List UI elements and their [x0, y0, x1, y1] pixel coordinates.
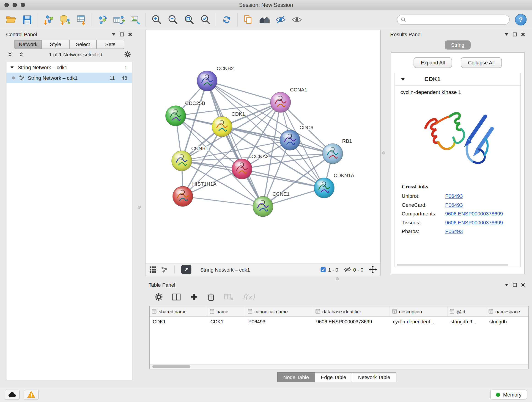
- gene-header[interactable]: CDK1: [395, 73, 520, 85]
- home-overview-button[interactable]: [256, 12, 272, 27]
- refresh-button[interactable]: [219, 12, 235, 27]
- hidden-eye-slash-icon[interactable]: [344, 266, 351, 273]
- network-node-rb1[interactable]: RB1: [323, 138, 352, 164]
- collapse-all-button[interactable]: Collapse All: [461, 57, 501, 68]
- crosslink-link[interactable]: 9606.ENSP00000378699: [445, 211, 503, 217]
- crosslink-link[interactable]: P06493: [445, 193, 463, 199]
- tab-select[interactable]: Select: [69, 40, 97, 49]
- tab-edge-table[interactable]: Edge Table: [315, 372, 352, 382]
- new-network-button[interactable]: [94, 12, 111, 27]
- close-window-button[interactable]: [4, 3, 9, 7]
- show-all-button[interactable]: [289, 12, 305, 27]
- delete-table-icon[interactable]: [224, 293, 233, 301]
- table-cell[interactable]: cyclin-dependent ...: [390, 319, 448, 325]
- tab-string[interactable]: String: [445, 40, 470, 50]
- column-header-id[interactable]: @id: [447, 306, 486, 316]
- network-node-ccnb1[interactable]: CCNB1: [172, 146, 209, 171]
- table-cell[interactable]: CDK1: [150, 319, 207, 325]
- gene-collapse-icon[interactable]: [400, 77, 405, 82]
- pan-crosshair-icon[interactable]: [369, 265, 377, 274]
- table-row[interactable]: CDK1CDK1P064939606.ENSP00000378699cyclin…: [150, 317, 528, 327]
- network-collection-row[interactable]: String Network – cdk1 1: [6, 62, 132, 73]
- column-header-namespace[interactable]: namespace: [486, 306, 529, 316]
- memory-button[interactable]: Memory: [490, 390, 527, 400]
- tree-expand-icon[interactable]: [10, 65, 14, 70]
- table-cell[interactable]: stringdb: [486, 319, 529, 325]
- panel-close-icon[interactable]: [128, 32, 132, 36]
- column-header-description[interactable]: description: [390, 306, 448, 316]
- function-builder-button[interactable]: f(x): [243, 293, 255, 301]
- show-columns-icon[interactable]: [172, 293, 181, 301]
- network-edge[interactable]: [242, 169, 324, 188]
- column-header-database-identifier[interactable]: database identifier: [313, 306, 390, 316]
- open-in-new-window-button[interactable]: [181, 265, 191, 274]
- crosslink-link[interactable]: 9606.ENSP00000378699: [445, 220, 503, 225]
- table-hscrollbar[interactable]: [150, 364, 528, 369]
- export-image-button[interactable]: [127, 12, 143, 27]
- tab-node-table[interactable]: Node Table: [277, 372, 315, 382]
- import-network-file-button[interactable]: [40, 12, 57, 27]
- table-settings-gear-icon[interactable]: [155, 293, 163, 301]
- save-session-button[interactable]: [19, 12, 35, 27]
- panel-close-icon[interactable]: [521, 283, 525, 287]
- network-edge[interactable]: [207, 81, 280, 102]
- panel-float-icon[interactable]: [513, 283, 517, 287]
- collapse-all-icon[interactable]: [7, 52, 13, 57]
- delete-column-trash-icon[interactable]: [207, 293, 215, 301]
- tab-sets[interactable]: Sets: [96, 40, 124, 49]
- splitter-handle[interactable]: [382, 151, 385, 154]
- panel-close-icon[interactable]: [521, 32, 525, 36]
- share-view-icon[interactable]: [160, 266, 168, 274]
- network-edge[interactable]: [207, 81, 263, 206]
- tab-style[interactable]: Style: [42, 40, 70, 49]
- column-header-canonical-name[interactable]: canonical name: [245, 306, 313, 316]
- zoom-out-button[interactable]: [165, 12, 181, 27]
- create-column-plus-icon[interactable]: [190, 293, 198, 301]
- cloud-button[interactable]: [5, 389, 20, 400]
- network-node-cdk1[interactable]: CDK1: [212, 111, 245, 137]
- zoom-in-button[interactable]: [148, 12, 165, 27]
- network-node-cdkn1a[interactable]: CDKN1A: [314, 172, 355, 198]
- zoom-window-button[interactable]: [21, 3, 25, 7]
- table-cell[interactable]: P06493: [245, 319, 313, 325]
- selected-checkbox-icon[interactable]: [320, 267, 326, 272]
- minimize-window-button[interactable]: [13, 3, 17, 7]
- help-button[interactable]: ?: [515, 14, 526, 25]
- column-header-name[interactable]: name: [207, 306, 245, 316]
- network-node-hist1h1a[interactable]: HIST1H1A: [172, 181, 216, 207]
- splitter-handle[interactable]: [336, 277, 339, 280]
- panel-float-icon[interactable]: [513, 32, 517, 36]
- zoom-selected-button[interactable]: [197, 12, 213, 27]
- search-input[interactable]: [409, 17, 506, 22]
- panel-menu-icon[interactable]: [504, 32, 509, 37]
- crosslink-link[interactable]: P06493: [445, 229, 463, 234]
- tab-network-table[interactable]: Network Table: [352, 372, 396, 382]
- network-node-ccne1[interactable]: CCNE1: [253, 191, 290, 217]
- network-canvas[interactable]: CCNB2CCNA1CDC25BCDK1CDC6RB1CCNB1CCNA2CDK…: [146, 30, 380, 263]
- copy-document-button[interactable]: [240, 12, 256, 27]
- table-cell[interactable]: stringdb:9...: [447, 319, 486, 325]
- network-edge[interactable]: [183, 196, 263, 206]
- network-row-selected[interactable]: String Network – cdk1 11 48: [6, 73, 132, 83]
- hide-selection-button[interactable]: [272, 12, 289, 27]
- tab-network[interactable]: Network: [14, 40, 42, 49]
- panel-float-icon[interactable]: [120, 32, 124, 36]
- results-scrollbar[interactable]: [397, 264, 508, 266]
- network-options-gear-icon[interactable]: [124, 51, 131, 58]
- table-cell[interactable]: 9606.ENSP00000378699: [313, 319, 390, 325]
- import-table-button[interactable]: [73, 12, 89, 27]
- scrollbar-thumb[interactable]: [152, 365, 190, 368]
- open-session-button[interactable]: [3, 12, 19, 27]
- network-from-table-button[interactable]: [111, 12, 127, 27]
- import-network-database-button[interactable]: [57, 12, 73, 27]
- panel-menu-icon[interactable]: [504, 282, 509, 287]
- expand-all-button[interactable]: Expand All: [414, 57, 452, 68]
- table-cell[interactable]: CDK1: [207, 319, 245, 325]
- crosslink-link[interactable]: P06493: [445, 202, 463, 208]
- grid-view-icon[interactable]: [149, 266, 157, 274]
- splitter-handle[interactable]: [138, 206, 141, 209]
- zoom-fit-button[interactable]: [181, 12, 197, 27]
- network-node-ccna1[interactable]: CCNA1: [270, 87, 307, 113]
- column-header-shared-name[interactable]: shared name: [150, 306, 207, 316]
- panel-menu-icon[interactable]: [111, 32, 116, 37]
